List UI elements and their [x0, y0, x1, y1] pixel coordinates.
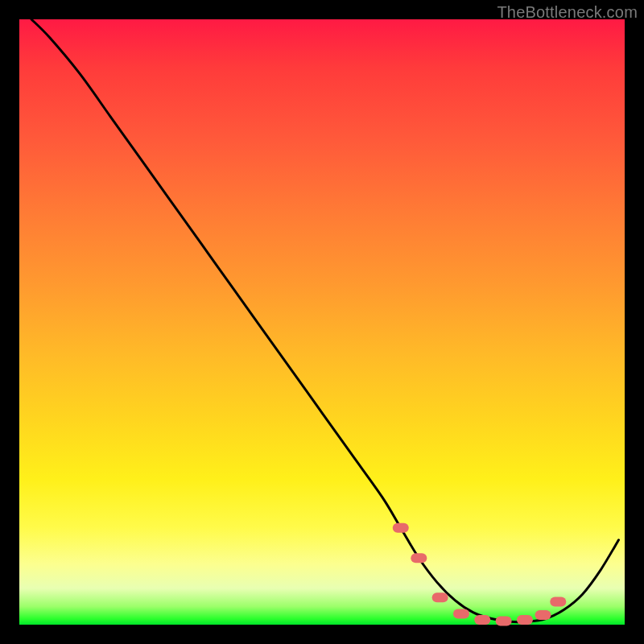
plot-area: [19, 19, 625, 625]
chart-svg: [19, 19, 625, 625]
curve-group: [31, 19, 618, 622]
highlight-dot: [432, 592, 448, 602]
highlight-dot: [453, 609, 469, 618]
bottleneck-curve: [31, 19, 618, 622]
chart-frame: TheBottleneck.com: [0, 0, 644, 644]
highlight-dot: [517, 615, 533, 625]
highlight-dot: [474, 615, 490, 625]
highlight-dots: [393, 523, 567, 626]
highlight-dot: [535, 610, 551, 620]
highlight-dot: [550, 597, 566, 606]
watermark-text: TheBottleneck.com: [497, 3, 638, 22]
highlight-dot: [393, 523, 409, 533]
highlight-dot: [496, 616, 512, 625]
highlight-dot: [411, 553, 427, 563]
